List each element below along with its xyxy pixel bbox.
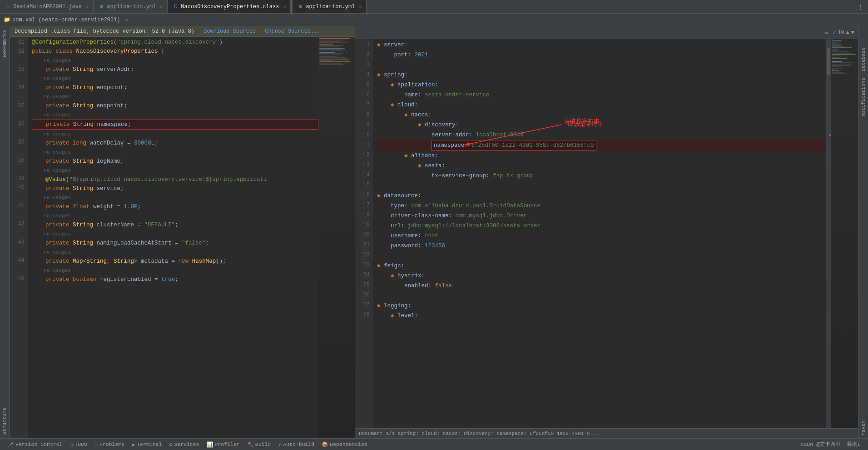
dependencies-status[interactable]: 📦 Dependencies [318, 439, 371, 450]
minimap-right [831, 39, 858, 428]
java-icon: ☕ [5, 4, 11, 10]
close-tab-1[interactable]: ✕ [86, 4, 89, 10]
yaml-line-28: ◆ level: [377, 311, 826, 321]
tab-application-yml-1[interactable]: ⚙ application.yml ✕ [94, 0, 168, 13]
main-content: Bookmarks Structure Decompiled .class fi… [0, 26, 868, 438]
yaml-line-numbers: 1 2 3 4 5 6 7 8 9 10 11 12 13 14 15 16 1… [355, 39, 373, 428]
yaml-line-13: ◆ seata: [377, 161, 826, 171]
far-right-panel: Database Notifications Maven [858, 26, 868, 438]
breadcrumb: Document 1/1 spring: cloud: nacos: disco… [359, 431, 599, 436]
check-count: ✓ 10 ▲ ▼ [833, 29, 854, 36]
code-line-32: public class NacosDiscoveryProperties { [32, 47, 318, 56]
yaml-line-22 [377, 251, 826, 261]
yaml-line-18: driver-class-name: com.mysql.jdbc.Driver [377, 211, 826, 221]
problems-status[interactable]: ⚠ Problems [91, 439, 128, 450]
yaml-line-3 [377, 60, 826, 70]
problems-icon: ⚠ [94, 441, 98, 448]
code-line-31: @ConfigurationProperties("spring.cloud.n… [32, 38, 318, 47]
close-project[interactable]: ✕ [125, 16, 128, 23]
minimap-left [318, 37, 355, 438]
dependencies-icon: 📦 [322, 441, 328, 448]
code-line-no-usages-3: no usages [32, 92, 318, 101]
yaml-code-content[interactable]: ◆ server: port: 2001 ◆ spring: ◆ applica… [373, 39, 826, 428]
git-icon: ⎇ [7, 441, 14, 448]
version-control-status[interactable]: ⎇ Version Control [4, 439, 66, 450]
csdn-label: CSDN @艾卡西亚、暴雨L [797, 439, 864, 450]
terminal-icon: ▶ [132, 441, 135, 448]
terminal-status[interactable]: ▶ Terminal [128, 439, 165, 450]
yaml-line-6: name: seata-order-service [377, 90, 826, 100]
code-line-43: private String namingLoadCacheAtStart = … [32, 239, 318, 248]
code-line-no-usages-2: no usages [32, 74, 318, 83]
yaml-line-17: type: com.alibaba.druid.pool.DruidDataSo… [377, 201, 826, 211]
code-line-no-usages-7: no usages [32, 166, 318, 175]
code-line-no-usages-1: no usages [32, 56, 318, 65]
editor-right: ✏ ✓ 10 ▲ ▼ 1 2 3 4 5 6 7 8 9 10 11 [355, 26, 858, 438]
editor-left: Decompiled .class file, bytecode version… [10, 26, 355, 438]
status-bar: ⎇ Version Control ☑ TODO ⚠ Problems ▶ Te… [0, 438, 868, 450]
code-line-no-usages-12: no usages [32, 266, 318, 275]
structure-tab[interactable]: Structure [0, 404, 10, 438]
yaml-scrollbar[interactable] [826, 39, 831, 428]
services-icon: ⚙ [169, 441, 172, 448]
close-tab-4[interactable]: ✕ [359, 4, 362, 10]
auto-build-icon: ⚡ [278, 441, 281, 448]
code-editor-left[interactable]: 31 32 · 33 · 34 · 35 · 36 · 37 · 38 · 39… [10, 37, 355, 438]
tab-more-button[interactable]: ⋮ [853, 3, 868, 10]
tab-application-yml-2[interactable]: ⚙ application.yml ✕ [293, 0, 367, 13]
close-tab-3[interactable]: ✕ [283, 4, 286, 10]
tab-nacos-class[interactable]: C NacosDiscoveryProperties.class ✕ [168, 0, 291, 13]
yaml-line-19: url: jdbc:mysql://localhost:3306/seata_o… [377, 221, 826, 231]
yaml-editor[interactable]: 1 2 3 4 5 6 7 8 9 10 11 12 13 14 15 16 1… [355, 39, 858, 428]
yaml-line-16: ◆ datasource: [377, 191, 826, 201]
decompile-banner: Decompiled .class file, bytecode version… [10, 26, 355, 37]
services-status[interactable]: ⚙ Services [165, 439, 203, 450]
todo-status[interactable]: ☑ TODO [66, 439, 91, 450]
yaml-line-26 [377, 291, 826, 301]
profiler-status[interactable]: 📊 Profiler [203, 439, 243, 450]
yaml-line-24: ◆ hystrix: [377, 271, 826, 281]
build-status[interactable]: 🔨 Build [243, 439, 275, 450]
line-numbers-left: 31 32 · 33 · 34 · 35 · 36 · 37 · 38 · 39… [10, 37, 28, 438]
yaml-scrollbar-thumb[interactable] [827, 48, 830, 75]
choose-sources-link[interactable]: Choose Sources... [265, 28, 320, 35]
bookmarks-tab[interactable]: Bookmarks [0, 26, 10, 60]
yaml-line-2: port: 2001 [377, 50, 826, 60]
todo-icon: ☑ [70, 441, 73, 448]
yaml-line-10: server-addr: localhost:8848 [377, 130, 826, 140]
yaml-line-5: ◆ application: [377, 80, 826, 90]
editor-toolbar-right: ✏ ✓ 10 ▲ ▼ [355, 26, 858, 39]
code-line-no-usages-8: no usages [32, 193, 318, 202]
code-line-no-usages-4: no usages [32, 110, 318, 120]
yaml-line-12: ◆ alibaba: [377, 151, 826, 161]
code-line-no-usages-5: no usages [32, 130, 318, 139]
notifications-tab[interactable]: Notifications [858, 75, 868, 120]
yaml-line-23: ◆ feign: [377, 261, 826, 271]
yaml-line-11: namespace: 6f25df50-1e22-4301-9587-d627b… [377, 140, 826, 151]
code-line-34: private String endpoint; [32, 83, 318, 92]
tab-seata-main[interactable]: ☕ SeataMainAPP2001.java ✕ [0, 0, 94, 13]
class-icon: C [172, 4, 179, 10]
code-line-39: @Value("${spring.cloud.nacos.discovery.s… [32, 175, 318, 184]
code-line-36: private String namespace; [32, 120, 318, 130]
breadcrumb-bar: Document 1/1 spring: cloud: nacos: disco… [355, 428, 858, 438]
yaml-line-25: enabled: false [377, 281, 826, 291]
close-tab-2[interactable]: ✕ [160, 4, 163, 10]
download-sources-link[interactable]: Download Sources [203, 28, 256, 35]
yaml-line-8: ◆ nacos: [377, 110, 826, 120]
yaml-line-7: ◆ cloud: [377, 100, 826, 110]
code-content-left[interactable]: @ConfigurationProperties("spring.cloud.n… [28, 37, 318, 438]
code-line-35: private String endpoint; [32, 101, 318, 110]
services-label: Services [174, 441, 199, 447]
yaml-line-15 [377, 181, 826, 191]
decompile-message: Decompiled .class file, bytecode version… [15, 28, 194, 35]
code-line-no-usages-6: no usages [32, 148, 318, 157]
code-line-42: private String clusterName = "DEFAULT"; [32, 220, 318, 230]
auto-build-status[interactable]: ⚡ Auto-build [274, 439, 318, 450]
yaml-line-21: password: 123456 [377, 241, 826, 251]
tab-bar: ☕ SeataMainAPP2001.java ✕ ⚙ application.… [0, 0, 868, 14]
edit-icon[interactable]: ✏ [825, 29, 829, 36]
build-icon: 🔨 [247, 441, 253, 448]
maven-tab[interactable]: Maven [858, 418, 868, 438]
database-tab[interactable]: Database [858, 45, 868, 74]
